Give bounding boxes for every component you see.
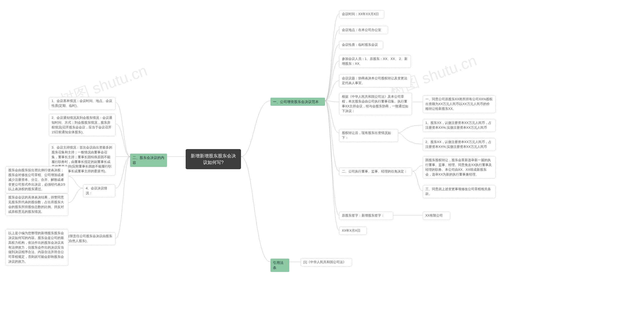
leaf-basic-info: 1、会议基本情况：会议时间、地点、会议性质(定期、临时)。 [49,97,115,110]
leaf-appointment: 二、公司执行董事、监事、经理的任免决定： [339,167,412,176]
leaf-topic: 会议议题：协商表决本公司股权转让及变更法定代表人事宜。 [339,74,411,87]
leaf-attendees: 参加会议人员：1、原股东：XX、XX、 2、新增股东：XX、 [339,55,411,68]
leaf-basis: 根据《中华人民共和国公司法》及本公司章程，本次股东会由公司执行董事召集。执行董事… [339,93,412,115]
leaf-company: XX有限公司 [423,212,450,220]
leaf-summary: 以上是小编为您整理的新增股东股东会决议如何写的内容。股东会是公司的最高权力机构，… [6,229,68,266]
branch-template: 一、公司增资股东会决议范本 [270,98,325,106]
leaf-charter-change: 三、同意就上述变更事项修改公司章程相关条款。 [423,185,496,198]
leaf-appointment-detail: 因股东股权转让，股东会重新选举新一届的执行董事、监事、经理。同意免去XX执行董事… [423,156,496,179]
leaf-meeting-nature: 会议性质：临时股东会议 [339,41,383,49]
leaf-holder-2: 2、股东XX，认缴注册资本XX万元人民币，占注册资本XX%;实缴注册资本XX万元… [423,138,496,151]
root-node: 新增新增股东股东会决议如何写? [186,149,241,169]
leaf-vote-result: 股东会会议的具体表决结果，持赞同意见股东所代表的股份数，占出席股东大会的股东所持… [6,193,68,216]
leaf-law-1: [1]《中华人民共和国公司法》 [301,258,352,266]
leaf-date: XX年X月X日 [339,227,367,235]
leaf-signatures: 原股东签字：新增股东签字： [339,212,393,220]
leaf-holder-1: 1、股东XX，认缴注册资本XX万元人民币，占注册资本XX%;实缴注册资本XX万元… [423,119,496,132]
leaf-after-transfer: 股权转让后，现有股东出资情况如下： [339,129,398,142]
branch-cited-laws: 引用法条 [270,259,289,272]
leaf-meeting-place: 会议地点：在本公司办公室 [339,26,388,34]
leaf-vote-rule: 股东会由股东按出资比例行使表决权；股东会对修改公司章程、公司增加或者减少注册资本… [6,166,68,193]
leaf-notice: 2、会议通知情况及到会股东情况：会议通知时间、方式；到会股股东情况，股东弃权情况… [49,114,115,136]
leaf-resolution-status: 4、会议决议情况： [83,184,115,197]
leaf-resolution-1: 一、同意公司原股东XX将所持有公司XX%股权出资额为XX万元人民币以XX万元人民… [423,95,496,113]
leaf-meeting-time: 会议时间：XX年XX月X日 [339,10,384,18]
branch-content: 二、股东会决议的内容 [130,154,167,167]
